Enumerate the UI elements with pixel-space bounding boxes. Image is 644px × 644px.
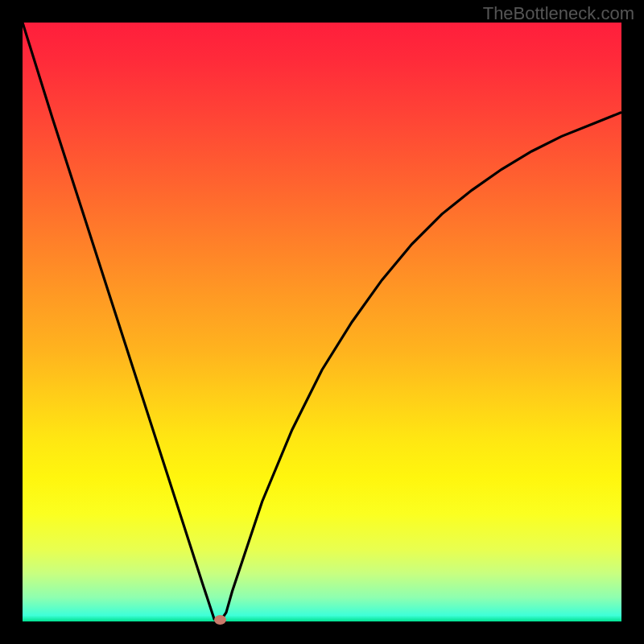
chart-frame	[23, 23, 621, 621]
watermark-text: TheBottleneck.com	[483, 3, 634, 24]
optimal-point-marker	[214, 615, 226, 625]
plot-area	[23, 23, 621, 621]
bottleneck-curve	[23, 23, 621, 621]
